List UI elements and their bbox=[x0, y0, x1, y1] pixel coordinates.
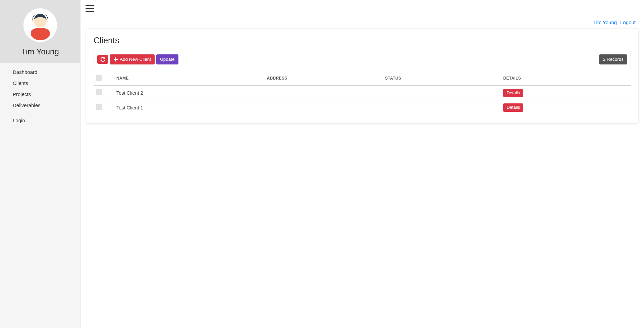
sidebar-profile: Tim Young bbox=[0, 0, 80, 63]
update-button[interactable]: Update bbox=[156, 54, 178, 64]
cell-name: Test Client 1 bbox=[114, 100, 264, 115]
add-client-label: Add New Client bbox=[120, 56, 151, 62]
plus-icon bbox=[113, 57, 118, 62]
refresh-icon bbox=[100, 57, 105, 62]
refresh-button[interactable] bbox=[97, 55, 108, 64]
details-button[interactable]: Details bbox=[503, 89, 523, 97]
topbar-right: Tim Young Logout bbox=[593, 3, 639, 25]
topbar-user-link[interactable]: Tim Young bbox=[593, 19, 617, 25]
update-label: Update bbox=[160, 56, 175, 62]
clients-card: Clients Add New Client Update bbox=[86, 29, 639, 124]
avatar bbox=[23, 8, 57, 42]
cell-name: Test Client 2 bbox=[114, 86, 264, 100]
table-row: Test Client 2 Details bbox=[94, 86, 631, 100]
col-address: ADDRESS bbox=[264, 72, 382, 86]
sidebar-divider bbox=[0, 111, 80, 115]
cell-address bbox=[264, 100, 382, 115]
page-title: Clients bbox=[94, 36, 631, 45]
logout-link[interactable]: Logout bbox=[620, 19, 636, 25]
add-client-button[interactable]: Add New Client bbox=[110, 54, 155, 64]
row-checkbox[interactable] bbox=[96, 89, 102, 95]
table-header-row: NAME ADDRESS STATUS DETAILS bbox=[94, 72, 631, 86]
col-status: STATUS bbox=[382, 72, 500, 86]
sidebar-item-deliverables[interactable]: Deliverables bbox=[0, 100, 80, 111]
table-row: Test Client 1 Details bbox=[94, 100, 631, 115]
details-button[interactable]: Details bbox=[503, 103, 523, 112]
main: Tim Young Logout Clients Add New Client bbox=[80, 0, 644, 328]
col-details: DETAILS bbox=[500, 72, 631, 86]
cell-status bbox=[382, 86, 500, 100]
hamburger-icon[interactable] bbox=[86, 5, 94, 12]
topbar: Tim Young Logout bbox=[80, 0, 644, 25]
clients-table: NAME ADDRESS STATUS DETAILS Test Client … bbox=[94, 72, 631, 115]
avatar-icon bbox=[23, 8, 57, 42]
sidebar-item-clients[interactable]: Clients bbox=[0, 78, 80, 89]
sidebar-item-dashboard[interactable]: Dashboard bbox=[0, 66, 80, 78]
record-count-badge: 2 Records bbox=[599, 54, 627, 64]
row-checkbox[interactable] bbox=[96, 104, 102, 110]
col-checkbox bbox=[94, 72, 114, 86]
sidebar-nav: Dashboard Clients Projects Deliverables … bbox=[0, 63, 80, 129]
cell-status bbox=[382, 100, 500, 115]
sidebar-username: Tim Young bbox=[0, 47, 80, 56]
select-all-checkbox[interactable] bbox=[96, 75, 102, 81]
sidebar-item-login[interactable]: Login bbox=[0, 115, 80, 126]
sidebar: Tim Young Dashboard Clients Projects Del… bbox=[0, 0, 80, 328]
cell-address bbox=[264, 86, 382, 100]
sidebar-item-projects[interactable]: Projects bbox=[0, 89, 80, 100]
toolbar: Add New Client Update 2 Records bbox=[94, 51, 631, 68]
col-name: NAME bbox=[114, 72, 264, 86]
